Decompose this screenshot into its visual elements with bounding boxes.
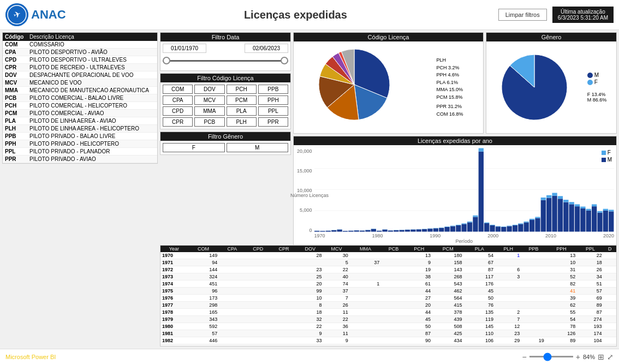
bar-m-1986[interactable] xyxy=(404,230,409,231)
bar-m-2014[interactable] xyxy=(563,202,568,231)
bar-m-1975[interactable] xyxy=(342,231,347,231)
filter-code-button-dov[interactable]: DOV xyxy=(194,85,224,94)
filter-code-button-mma[interactable]: MMA xyxy=(194,106,224,116)
bar-m-2006[interactable] xyxy=(518,224,523,232)
bar-f-1997[interactable] xyxy=(467,222,472,223)
bar-f-2012[interactable] xyxy=(552,193,557,195)
bar-m-1970[interactable] xyxy=(314,231,319,232)
filter-code-button-cpd[interactable]: CPD xyxy=(163,106,193,116)
bar-m-2005[interactable] xyxy=(512,225,517,232)
bar-m-1977[interactable] xyxy=(354,230,359,231)
fullscreen-icon[interactable]: ⤢ xyxy=(607,353,614,361)
license-table-row[interactable]: PCMPILOTO COMERCIAL - AVIAO xyxy=(3,110,157,117)
bar-m-2001[interactable] xyxy=(490,225,495,232)
bar-f-2000[interactable] xyxy=(484,223,489,223)
bar-m-1974[interactable] xyxy=(337,230,342,232)
power-bi-link[interactable]: Microsoft Power BI xyxy=(5,354,56,360)
bar-m-2008[interactable] xyxy=(529,220,534,232)
bar-m-2016[interactable] xyxy=(574,206,579,231)
bar-m-1978[interactable] xyxy=(359,231,364,232)
bar-f-1999[interactable] xyxy=(478,148,483,152)
license-table-row[interactable]: PLAPILOTO DE LINHA AEREA - AVIAO xyxy=(3,117,157,125)
bar-f-1991[interactable] xyxy=(433,228,438,229)
filter-code-button-ppr[interactable]: PPR xyxy=(258,117,288,127)
filter-code-button-com[interactable]: COM xyxy=(163,85,193,94)
bar-m-1985[interactable] xyxy=(399,230,404,231)
bar-f-2009[interactable] xyxy=(535,217,540,218)
filter-gender-button-f[interactable]: F xyxy=(163,143,225,152)
bar-m-2004[interactable] xyxy=(507,226,511,231)
bar-m-2019[interactable] xyxy=(592,206,597,231)
filter-code-button-cpa[interactable]: CPA xyxy=(163,96,193,105)
license-table-row[interactable]: CPAPILOTO DESPORTIVO - AVIÃO xyxy=(3,49,157,56)
bar-f-1994[interactable] xyxy=(450,226,455,226)
bar-f-2013[interactable] xyxy=(557,196,562,199)
filter-code-button-pph[interactable]: PPH xyxy=(258,96,288,105)
bar-m-1973[interactable] xyxy=(331,230,336,232)
bar-m-1983[interactable] xyxy=(388,230,392,231)
filter-code-button-ppb[interactable]: PPB xyxy=(258,85,288,94)
bar-m-1990[interactable] xyxy=(427,229,432,231)
bar-m-2000[interactable] xyxy=(484,223,489,231)
license-table-row[interactable]: CPDPILOTO DESPORTIVO - ULTRALEVES xyxy=(3,56,157,64)
license-table-row[interactable]: DOVDESPACHANTE OPERACIONAL DE VOO xyxy=(3,71,157,79)
bar-f-2021[interactable] xyxy=(603,209,608,211)
bar-f-2016[interactable] xyxy=(574,204,579,206)
bar-m-1972[interactable] xyxy=(325,231,330,232)
bar-f-1995[interactable] xyxy=(456,225,461,225)
bar-m-1976[interactable] xyxy=(348,231,353,232)
zoom-slider[interactable] xyxy=(529,356,573,357)
bar-f-2002[interactable] xyxy=(495,226,500,226)
bar-f-2006[interactable] xyxy=(518,223,523,224)
license-table-row[interactable]: PPBPILOTO PRIVADO - BALAO LIVRE xyxy=(3,133,157,140)
license-table-row[interactable]: COMCOMISSARIO xyxy=(3,41,157,49)
bar-f-2014[interactable] xyxy=(563,200,568,202)
license-table-row[interactable]: MCVMECANICO DE VOO xyxy=(3,79,157,87)
bar-m-1994[interactable] xyxy=(450,226,455,231)
bar-m-1997[interactable] xyxy=(467,223,472,232)
bar-m-2012[interactable] xyxy=(552,196,557,232)
date-slider[interactable] xyxy=(163,55,288,66)
bar-m-1996[interactable] xyxy=(461,224,466,232)
bar-m-1992[interactable] xyxy=(439,228,444,232)
bar-f-1996[interactable] xyxy=(461,223,466,224)
bar-m-2003[interactable] xyxy=(501,227,506,231)
bar-m-2020[interactable] xyxy=(597,213,602,232)
bar-m-2002[interactable] xyxy=(495,226,500,231)
bar-f-2010[interactable] xyxy=(540,198,545,200)
bar-f-2022[interactable] xyxy=(609,210,614,211)
bar-m-1984[interactable] xyxy=(394,230,398,232)
date-end-input[interactable] xyxy=(245,44,288,53)
fit-page-icon[interactable]: ⊞ xyxy=(598,353,604,361)
filter-gender-button-m[interactable]: M xyxy=(227,143,289,152)
bar-f-2003[interactable] xyxy=(501,226,506,227)
filter-code-button-pch[interactable]: PCH xyxy=(227,85,257,94)
bar-f-2011[interactable] xyxy=(546,195,551,198)
bar-m-1979[interactable] xyxy=(365,230,370,232)
license-table-row[interactable]: PPHPILOTO PRIVADO - HELICOPTERO xyxy=(3,140,157,148)
slider-thumb-right[interactable] xyxy=(281,57,288,64)
bar-f-2017[interactable] xyxy=(580,207,585,208)
bar-f-2007[interactable] xyxy=(523,222,528,223)
bar-m-2021[interactable] xyxy=(603,211,608,232)
bar-m-2011[interactable] xyxy=(546,198,551,232)
bar-m-2022[interactable] xyxy=(609,211,614,231)
bar-m-2015[interactable] xyxy=(569,204,574,231)
license-table-row[interactable]: CPRPILOTO DE RECREIO - ULTRALEVES xyxy=(3,64,157,71)
bar-f-1993[interactable] xyxy=(444,226,449,227)
filter-code-button-cpr[interactable]: CPR xyxy=(163,117,193,127)
bar-m-1999[interactable] xyxy=(478,152,483,232)
bar-m-1995[interactable] xyxy=(456,225,461,232)
bar-m-2013[interactable] xyxy=(557,199,562,231)
clear-filters-button[interactable]: Limpar filtros xyxy=(498,9,547,21)
bar-m-1980[interactable] xyxy=(371,229,376,231)
bar-f-1992[interactable] xyxy=(439,228,444,228)
license-table-row[interactable]: MMAMECANICO DE MANUTENCAO AERONAUTICA xyxy=(3,87,157,94)
bar-f-2019[interactable] xyxy=(592,204,597,206)
slider-thumb-left[interactable] xyxy=(163,57,170,64)
bar-m-2017[interactable] xyxy=(580,208,585,231)
bar-f-1998[interactable] xyxy=(473,216,478,217)
bar-f-2008[interactable] xyxy=(529,219,534,220)
bar-m-1991[interactable] xyxy=(433,228,438,231)
bar-f-2001[interactable] xyxy=(490,225,495,225)
